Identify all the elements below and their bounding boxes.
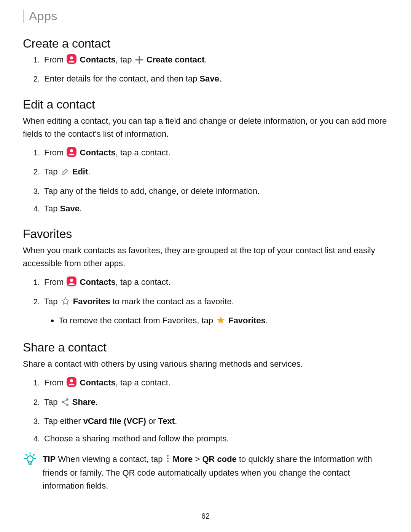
- txt: >: [193, 454, 202, 464]
- edit-steps: From Contacts, tap a contact. Tap Edit. …: [23, 146, 388, 216]
- txt: .: [175, 416, 177, 426]
- share-icon: [61, 397, 69, 411]
- share-step-1: From Contacts, tap a contact.: [42, 376, 388, 391]
- txt: , tap: [116, 55, 134, 64]
- txt: From: [44, 277, 66, 287]
- txt: .: [80, 204, 82, 213]
- contacts-icon: [67, 147, 76, 161]
- edit-step-3: Tap any of the fields to add, change, or…: [42, 184, 388, 198]
- txt: From: [44, 378, 66, 387]
- svg-point-1: [70, 56, 73, 59]
- contacts-label: Contacts: [80, 55, 116, 64]
- tip-box: TIP When viewing a contact, tap More > Q…: [23, 453, 388, 492]
- svg-point-12: [167, 455, 169, 456]
- svg-point-8: [66, 398, 68, 401]
- txt: From: [44, 55, 66, 64]
- txt: .: [266, 316, 268, 325]
- section-title-create: Create a contact: [23, 37, 388, 51]
- create-step-1: From Contacts, tap Create contact.: [42, 53, 388, 68]
- lightbulb-icon: [23, 451, 37, 470]
- contacts-label: Contacts: [80, 277, 116, 287]
- edit-step-2: Tap Edit.: [42, 165, 388, 180]
- star-outline-icon: [61, 296, 70, 310]
- favorites-label: Favorites: [73, 297, 110, 306]
- qr-label: QR code: [202, 454, 236, 464]
- star-filled-icon: [216, 315, 225, 329]
- section-title-favorites: Favorites: [23, 227, 388, 241]
- header-tab: Apps: [23, 10, 388, 23]
- txt: Tap: [44, 204, 60, 213]
- create-step-2: Enter details for the contact, and then …: [42, 72, 388, 86]
- txt: , tap a contact.: [116, 277, 170, 287]
- svg-point-9: [62, 401, 64, 403]
- favorites-lead: When you mark contacts as favorites, the…: [23, 244, 388, 270]
- text-label: Text: [158, 416, 175, 426]
- txt: .: [88, 167, 90, 176]
- edit-step-4: Tap Save.: [42, 202, 388, 216]
- txt: .: [96, 397, 98, 407]
- fav-step-1: From Contacts, tap a contact.: [42, 275, 388, 291]
- svg-point-7: [70, 379, 73, 382]
- txt: To remove the contact from Favorites, ta…: [59, 316, 215, 325]
- share-step-3: Tap either vCard file (VCF) or Text.: [42, 414, 388, 428]
- txt: , tap a contact.: [116, 148, 170, 157]
- more-icon: [166, 454, 170, 466]
- section-title-edit: Edit a contact: [23, 97, 388, 112]
- svg-point-5: [70, 279, 73, 282]
- share-lead: Share a contact with others by using var…: [23, 358, 388, 371]
- txt: Tap: [44, 297, 60, 306]
- tip-label: TIP: [43, 454, 56, 464]
- txt: Tap either: [44, 416, 83, 426]
- more-label: More: [173, 454, 193, 464]
- page-number: 62: [0, 512, 411, 521]
- fav-substeps: To remove the contact from Favorites, ta…: [53, 314, 388, 329]
- tip-text: TIP When viewing a contact, tap More > Q…: [43, 453, 388, 492]
- svg-point-14: [167, 460, 169, 462]
- contacts-label: Contacts: [80, 148, 116, 157]
- txt: .: [219, 74, 221, 83]
- create-steps: From Contacts, tap Create contact. Enter…: [23, 53, 388, 86]
- page: Apps Create a contact From Contacts, tap…: [0, 0, 411, 532]
- share-step-4: Choose a sharing method and follow the p…: [42, 432, 388, 446]
- fav-step-2: Tap Favorites to mark the contact as a f…: [42, 295, 388, 329]
- txt: Tap: [44, 397, 60, 407]
- vcf-label: vCard file (VCF): [83, 416, 146, 426]
- txt: .: [205, 55, 207, 64]
- create-contact-label: Create contact: [147, 55, 205, 64]
- txt: or: [146, 416, 158, 426]
- svg-point-10: [66, 404, 68, 406]
- pencil-icon: [61, 166, 69, 180]
- txt: Enter details for the contact, and then …: [44, 74, 199, 83]
- txt: Tap: [44, 167, 60, 176]
- svg-point-11: [27, 456, 33, 462]
- contacts-icon: [67, 276, 76, 291]
- svg-point-3: [70, 149, 73, 152]
- section-title-share: Share a contact: [23, 340, 388, 355]
- txt: From: [44, 148, 66, 157]
- share-steps: From Contacts, tap a contact. Tap Share.…: [23, 376, 388, 446]
- share-label: Share: [72, 397, 96, 407]
- favorites-label: Favorites: [228, 316, 266, 325]
- txt: , tap a contact.: [116, 378, 170, 387]
- favorites-steps: From Contacts, tap a contact. Tap Favori…: [23, 275, 388, 329]
- contacts-label: Contacts: [80, 378, 116, 387]
- edit-label: Edit: [72, 167, 88, 176]
- save-label: Save: [199, 74, 219, 83]
- edit-lead: When editing a contact, you can tap a fi…: [23, 115, 388, 141]
- fav-substep-1: To remove the contact from Favorites, ta…: [59, 314, 388, 329]
- plus-icon: [135, 54, 143, 68]
- contacts-icon: [67, 54, 76, 68]
- save-label: Save: [60, 204, 80, 213]
- share-step-2: Tap Share.: [42, 395, 388, 411]
- svg-point-13: [167, 457, 169, 459]
- contacts-icon: [67, 377, 76, 391]
- txt: When viewing a contact, tap: [56, 454, 165, 464]
- edit-step-1: From Contacts, tap a contact.: [42, 146, 388, 161]
- txt: to mark the contact as a favorite.: [110, 297, 234, 306]
